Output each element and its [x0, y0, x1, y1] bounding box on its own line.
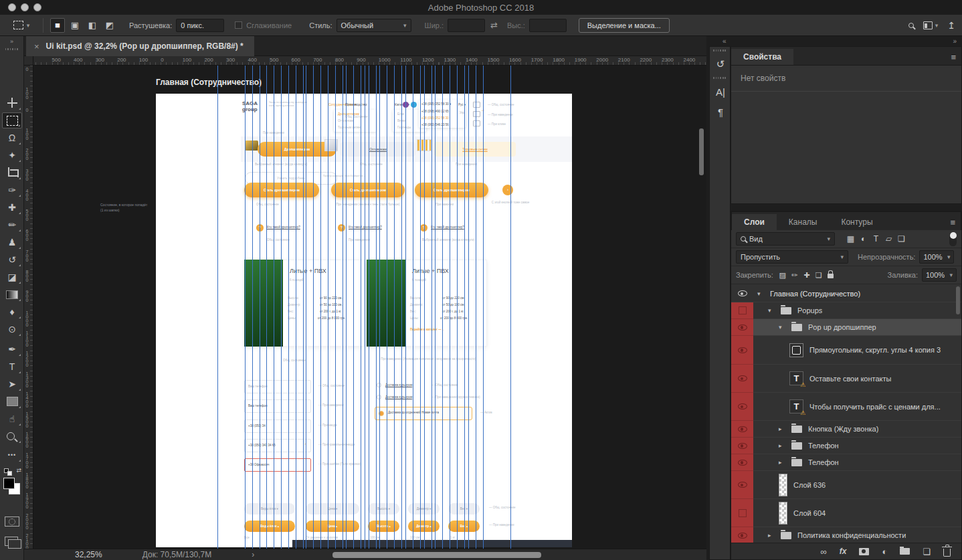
collapse-tools-chevron[interactable]: »	[0, 36, 23, 45]
visibility-toggle[interactable]	[731, 319, 753, 336]
layer-mask-icon[interactable]	[859, 548, 869, 555]
layer-row[interactable]: ▸Кнопка (Жду звонка)	[731, 421, 961, 438]
visibility-toggle[interactable]	[731, 302, 753, 319]
dodge-tool[interactable]: ⊙	[2, 321, 22, 337]
clone-stamp-tool[interactable]: ♟	[2, 234, 22, 250]
blur-tool[interactable]: ♦	[2, 304, 22, 320]
tab-paths[interactable]: Контуры	[829, 214, 884, 230]
visibility-toggle[interactable]	[731, 285, 753, 302]
layer-list[interactable]: ▾Главная (Сотрудничество)▾Popups▾Pop up …	[731, 285, 961, 543]
history-panel-icon[interactable]: ↺	[710, 54, 731, 74]
ruler-origin-corner[interactable]	[24, 56, 33, 66]
collapse-panels-right-icon[interactable]: »	[953, 37, 957, 45]
visibility-toggle[interactable]	[731, 499, 753, 527]
crop-tool[interactable]	[2, 165, 22, 181]
new-layer-icon[interactable]: ❏	[923, 547, 931, 557]
tab-properties[interactable]: Свойства	[731, 49, 793, 65]
brush-tool[interactable]: ✏	[2, 217, 22, 233]
tab-layers[interactable]: Слои	[732, 214, 777, 230]
layer-row[interactable]: T⚠Чтобы получить прайс с ценами для...	[731, 393, 961, 421]
filter-adjustment-layers-icon[interactable]: ◐	[857, 234, 870, 244]
quick-mask-button[interactable]	[5, 517, 19, 527]
artboard-label[interactable]: Главная (Сотрудничество)	[156, 78, 262, 87]
canvas-horizontal-scrollbar[interactable]	[332, 552, 541, 558]
visibility-toggle[interactable]	[731, 527, 753, 543]
lock-pixels-icon[interactable]: ✏	[789, 271, 800, 280]
layer-row[interactable]: T⚠Оставьте свои контакты	[731, 365, 961, 393]
layer-row[interactable]: ▸Телефон	[731, 438, 961, 454]
layer-row[interactable]: Прямоугольник, скругл. углы 4 копия 3	[731, 336, 961, 365]
style-select[interactable]: Обычный ▾	[336, 19, 411, 32]
new-group-icon[interactable]	[900, 548, 910, 555]
visibility-toggle[interactable]	[731, 471, 753, 499]
visibility-toggle[interactable]	[731, 336, 753, 365]
hand-tool[interactable]: ☝	[2, 411, 22, 427]
chevron-right-icon[interactable]: ▸	[779, 459, 785, 466]
close-window-button[interactable]	[8, 3, 16, 11]
layer-row[interactable]: ▾Pop up дропшиппер	[731, 319, 961, 336]
feather-input[interactable]: 0 пикс.	[176, 19, 224, 32]
collapse-panels-left-icon[interactable]: «	[723, 37, 727, 45]
pen-tool[interactable]: ✒	[2, 341, 22, 357]
magic-wand-tool[interactable]: ✦	[2, 147, 22, 163]
lock-artboard-icon[interactable]: ❏	[813, 271, 824, 280]
zoom-window-button[interactable]	[33, 3, 41, 11]
lock-transparency-icon[interactable]: ▨	[777, 271, 788, 280]
new-selection-mode[interactable]: ■	[50, 18, 65, 33]
add-to-selection-mode[interactable]: ▣	[68, 18, 82, 33]
width-input[interactable]	[448, 19, 485, 32]
swap-dimensions-icon[interactable]: ⇄	[490, 20, 498, 30]
tab-channels[interactable]: Каналы	[777, 214, 830, 230]
spot-healing-brush-tool[interactable]: ✚	[2, 199, 22, 215]
share-icon[interactable]: ↥	[947, 20, 955, 31]
filter-pixel-layers-icon[interactable]: ▦	[844, 234, 857, 244]
visibility-toggle[interactable]	[731, 454, 753, 471]
eyedropper-tool[interactable]: ✑	[2, 182, 22, 198]
horizontal-ruler[interactable]: 0500400300200100010020030040050060070080…	[24, 56, 706, 66]
blend-mode-select[interactable]: Пропустить ▾	[736, 250, 848, 264]
zoom-tool[interactable]	[2, 428, 22, 444]
gradient-tool[interactable]	[2, 286, 22, 302]
rectangular-marquee-tool[interactable]	[2, 112, 22, 128]
chevron-right-icon[interactable]: ▸	[779, 442, 785, 449]
canvas-vertical-scrollbar[interactable]	[699, 128, 704, 175]
intersect-selection-mode[interactable]: ◩	[102, 18, 117, 33]
layer-row[interactable]: ▸Телефон	[731, 454, 961, 471]
vertical-ruler[interactable]: 0100010020030040050060070080090010001100…	[24, 66, 33, 549]
adjustment-layer-icon[interactable]: ◐	[882, 547, 887, 557]
layer-row[interactable]: ▾Главная (Сотрудничество)	[731, 285, 961, 302]
opacity-input[interactable]: 100% ▾	[919, 250, 954, 264]
visibility-toggle[interactable]	[731, 438, 753, 454]
status-chevron-icon[interactable]: ›	[252, 550, 254, 559]
minimize-window-button[interactable]	[21, 3, 29, 11]
layer-effects-icon[interactable]: fx	[840, 547, 847, 556]
link-layers-icon[interactable]: ∞	[821, 547, 827, 557]
tools-grip[interactable]	[5, 48, 19, 50]
layer-filter-select[interactable]: Вид ▾	[736, 232, 835, 246]
chevron-right-icon[interactable]: ▸	[779, 426, 785, 432]
antialias-checkbox[interactable]	[235, 21, 242, 29]
tool-preset-picker[interactable]: ▾	[7, 17, 36, 34]
workspace-switcher[interactable]: ▾	[923, 21, 939, 29]
foreground-color-swatch[interactable]	[3, 478, 15, 489]
filter-shape-layers-icon[interactable]: ▱	[882, 234, 895, 244]
visibility-toggle[interactable]	[731, 421, 753, 438]
panel-menu-icon[interactable]: ≡	[951, 52, 956, 62]
fill-input[interactable]: 100% ▾	[922, 268, 957, 282]
artboard[interactable]: SAGAgroupЗавод по производству новогодни…	[156, 94, 572, 547]
layer-list-scrollbar[interactable]	[956, 286, 960, 314]
filter-smart-objects-icon[interactable]: ❏	[895, 234, 908, 244]
select-and-mask-button[interactable]: Выделение и маска...	[579, 18, 670, 33]
color-swatches[interactable]	[3, 478, 21, 495]
panel-menu-icon[interactable]: ≡	[950, 217, 955, 227]
history-brush-tool[interactable]: ↺	[2, 252, 22, 268]
layer-row[interactable]: ▾Popups	[731, 302, 961, 319]
rectangle-tool[interactable]	[2, 393, 22, 409]
canvas-viewport[interactable]: Главная (Сотрудничество) SAGAgroupЗавод …	[24, 66, 706, 549]
chevron-down-icon[interactable]: ▾	[768, 307, 775, 314]
default-colors-icon[interactable]: ⇄	[3, 467, 21, 475]
delete-layer-icon[interactable]	[943, 549, 951, 557]
chevron-down-icon[interactable]: ▾	[757, 290, 764, 297]
filter-type-layers-icon[interactable]: T	[870, 234, 882, 244]
paragraph-panel-icon[interactable]: ¶	[710, 102, 731, 122]
